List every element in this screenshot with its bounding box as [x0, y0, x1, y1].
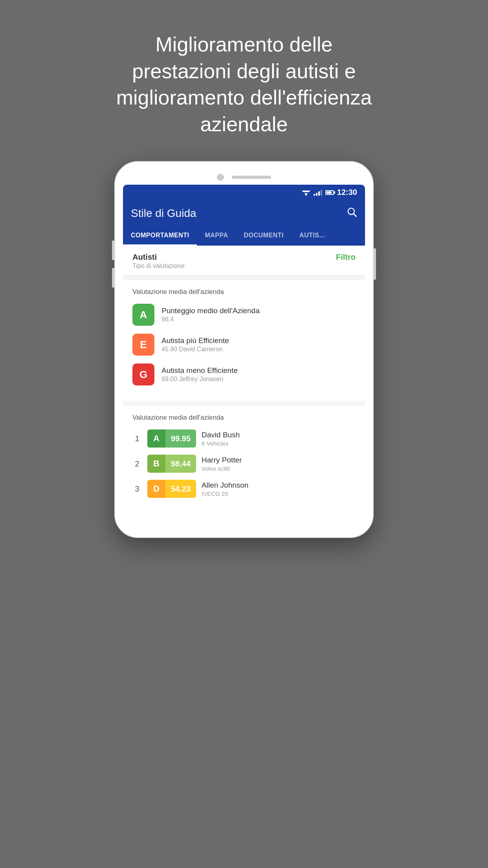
- tab-bar: COMPORTAMENTI MAPPA DOCUMENTI AUTIS...: [123, 226, 365, 246]
- search-button[interactable]: [346, 206, 357, 220]
- app-title: Stile di Guida: [131, 207, 196, 220]
- metric-row-1: E Autista più Efficiente 45.90 David Cam…: [132, 334, 356, 356]
- rank-score-0: 99.95: [165, 429, 196, 448]
- rank-info-0: David Bush 6 Vehicles: [202, 431, 240, 447]
- metric-label-1: Autista più Efficiente: [161, 336, 229, 345]
- front-camera: [217, 174, 224, 181]
- phone-mockup: 12:30 Stile di Guida COMPORTAMENTI MAPPA…: [114, 161, 374, 538]
- rank-badge-2: D 54.23: [147, 480, 196, 498]
- rank-num-2: 3: [132, 484, 142, 494]
- rank-letter-1: B: [147, 455, 165, 473]
- metric-label-2: Autista meno Efficiente: [161, 366, 238, 375]
- filter-header: Autisti Tipo di valutazione Filtro: [123, 246, 365, 275]
- metric-info-2: Autista meno Efficiente 99.00 Jeffrey Jo…: [161, 366, 238, 383]
- rank-name-2: Allen Johnson: [202, 481, 248, 490]
- tab-autisti[interactable]: AUTIS...: [292, 226, 333, 246]
- rank-sub-0: 6 Vehicles: [202, 440, 240, 447]
- battery-icon: [325, 190, 334, 195]
- metric-badge-2: G: [132, 363, 154, 385]
- rank-score-2: 54.23: [165, 480, 196, 498]
- ranking-row-1: 2 B 98.44 Harry Potter Volvo xc90: [132, 455, 356, 473]
- rank-letter-2: D: [147, 480, 165, 498]
- phone-top-bar: [123, 174, 365, 181]
- phone-screen: 12:30 Stile di Guida COMPORTAMENTI MAPPA…: [123, 185, 365, 517]
- svg-line-5: [354, 214, 356, 217]
- rank-num-0: 1: [132, 434, 142, 443]
- rank-name-0: David Bush: [202, 431, 240, 439]
- rank-name-1: Harry Potter: [202, 456, 242, 464]
- company-section: Valutazione media dell'azienda A Puntegg…: [123, 280, 365, 401]
- status-bar: 12:30: [123, 185, 365, 200]
- ranking-row-0: 1 A 99.95 David Bush 6 Vehicles: [132, 429, 356, 448]
- metric-value-0: 98.4: [161, 316, 260, 323]
- filter-button[interactable]: Filtro: [336, 253, 356, 262]
- metric-info-1: Autista più Efficiente 45.90 David Camer…: [161, 336, 229, 353]
- tab-mappa[interactable]: MAPPA: [197, 226, 236, 246]
- metric-value-1: 45.90 David Cameron: [161, 346, 229, 353]
- metric-badge-0: A: [132, 304, 154, 326]
- filter-label-group: Autisti Tipo di valutazione: [132, 253, 185, 270]
- battery-fill: [327, 191, 332, 194]
- tab-documenti[interactable]: DOCUMENTI: [236, 226, 292, 246]
- metric-info-0: Punteggio medio dell'Azienda 98.4: [161, 306, 260, 323]
- ranking-row-2: 3 D 54.23 Allen Johnson IVECO 20: [132, 480, 356, 498]
- rank-sub-2: IVECO 20: [202, 490, 248, 497]
- app-bar: Stile di Guida: [123, 200, 365, 226]
- rank-num-1: 2: [132, 459, 142, 468]
- rank-score-1: 98.44: [165, 455, 196, 473]
- ranking-section-title: Valutazione media dell'azienda: [132, 414, 356, 422]
- rank-info-2: Allen Johnson IVECO 20: [202, 481, 248, 497]
- hero-text: Miglioramento delle prestazioni degli au…: [67, 0, 421, 161]
- wifi-icon: [302, 189, 310, 196]
- content-area: Autisti Tipo di valutazione Filtro Valut…: [123, 246, 365, 513]
- company-section-title: Valutazione media dell'azienda: [132, 288, 356, 296]
- status-icons: 12:30: [302, 188, 357, 197]
- rank-info-1: Harry Potter Volvo xc90: [202, 456, 242, 472]
- filter-title: Autisti: [132, 253, 185, 262]
- filter-subtitle: Tipo di valutazione: [132, 262, 185, 270]
- rank-badge-0: A 99.95: [147, 429, 196, 448]
- power-button: [374, 248, 376, 280]
- status-time: 12:30: [337, 188, 357, 197]
- rank-letter-0: A: [147, 429, 165, 448]
- metric-badge-1: E: [132, 334, 154, 356]
- volume-down-button: [112, 268, 114, 288]
- metric-value-2: 99.00 Jeffrey Jonasen: [161, 376, 238, 383]
- metric-row-0: A Punteggio medio dell'Azienda 98.4: [132, 304, 356, 326]
- volume-up-button: [112, 240, 114, 260]
- ranking-section: Valutazione media dell'azienda 1 A 99.95…: [123, 406, 365, 513]
- svg-point-3: [305, 194, 307, 196]
- tab-comportamenti[interactable]: COMPORTAMENTI: [123, 226, 197, 246]
- metric-label-0: Punteggio medio dell'Azienda: [161, 306, 260, 315]
- rank-badge-1: B 98.44: [147, 455, 196, 473]
- signal-icon: [314, 189, 322, 196]
- metric-row-2: G Autista meno Efficiente 99.00 Jeffrey …: [132, 363, 356, 385]
- earpiece: [232, 176, 271, 179]
- rank-sub-1: Volvo xc90: [202, 465, 242, 472]
